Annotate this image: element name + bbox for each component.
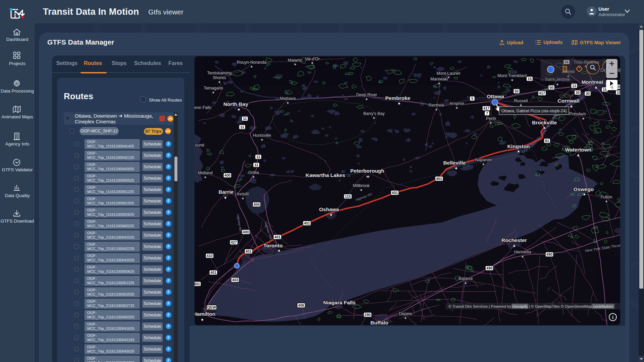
svg-text:Potsdam: Potsdam [569,112,586,116]
svg-text:Depew: Depew [399,311,413,316]
svg-text:Kawartha Lakes: Kawartha Lakes [306,172,345,178]
svg-text:Barry's Bay: Barry's Bay [363,111,385,116]
svg-text:Temiskaming: Temiskaming [207,71,232,75]
svg-text:Hamilton: Hamilton [195,311,215,317]
svg-text:Fulton: Fulton [601,195,612,199]
svg-text:410: 410 [207,254,213,258]
svg-text:Oshawa: Oshawa [319,206,339,212]
svg-text:Oswego: Oswego [574,186,594,192]
svg-text:Kingston: Kingston [507,143,530,149]
svg-text:Barrie: Barrie [219,189,234,195]
svg-text:Niagara Falls: Niagara Falls [323,300,356,305]
svg-text:115: 115 [345,194,351,198]
svg-text:400: 400 [224,173,230,177]
svg-text:403: 403 [232,278,238,282]
svg-text:Shores: Shores [213,75,226,80]
svg-text:Huntsville: Huntsville [253,133,271,138]
svg-text:290: 290 [365,313,371,317]
svg-text:Cornwall: Cornwall [557,98,579,104]
svg-text:Belleville: Belleville [443,160,466,166]
svg-text:401: 401 [195,282,200,286]
svg-text:Brockville: Brockville [532,120,557,125]
svg-text:QEW: QEW [207,305,216,309]
svg-text:Russell: Russell [514,99,528,103]
svg-text:Mattawa: Mattawa [280,96,296,101]
svg-text:401: 401 [210,270,216,275]
svg-text:490: 490 [486,266,492,270]
svg-text:Temagami: Temagami [204,86,223,90]
svg-text:Mont-Tremblant: Mont-Tremblant [497,73,527,78]
svg-text:Renfrew: Renfrew [429,103,445,108]
svg-text:490: 490 [546,252,552,256]
svg-text:5: 5 [471,97,473,101]
svg-text:401: 401 [436,177,442,181]
svg-text:417: 417 [539,91,545,95]
svg-text:Orillia: Orillia [248,170,259,175]
svg-text:Watertown: Watertown [565,147,592,153]
svg-text:North Bay: North Bay [223,101,248,107]
svg-text:15: 15 [617,90,620,95]
svg-text:Maniwaki: Maniwaki [430,77,448,81]
svg-text:Toronto: Toronto [263,243,282,248]
svg-text:Millbrook: Millbrook [353,183,370,188]
svg-text:Rouyn-Noranda: Rouyn-Noranda [237,60,266,65]
svg-text:Buffalo: Buffalo [370,320,388,325]
svg-text:dv: dv [618,67,620,73]
svg-text:Ottawa, Gabriel Pizza (ota-sto: Ottawa, Gabriel Pizza (ota-stopb-24) [501,109,567,113]
svg-text:50: 50 [549,85,553,89]
svg-text:406: 406 [298,303,304,307]
svg-text:Sturgeon Falls: Sturgeon Falls [195,105,211,110]
svg-text:401: 401 [304,221,310,225]
svg-text:ound: ound [195,143,204,147]
svg-text:Rochester: Rochester [501,237,527,243]
svg-text:Ottawa: Ottawa [487,94,504,99]
svg-text:Arnprior: Arnprior [449,101,464,106]
svg-text:427: 427 [231,240,237,244]
svg-text:Pembroke: Pembroke [385,95,411,101]
svg-text:11: 11 [243,117,247,121]
svg-text:Napanee: Napanee [475,158,492,162]
svg-text:i: i [612,315,613,320]
svg-text:Midland: Midland [198,171,213,175]
svg-text:50: 50 [515,89,519,93]
svg-text:30: 30 [586,92,590,96]
svg-text:7: 7 [486,111,488,115]
svg-text:13: 13 [572,84,576,88]
svg-text:Peterborough: Peterborough [350,168,384,174]
svg-text:11: 11 [254,163,258,167]
svg-text:401: 401 [274,235,280,239]
svg-text:30: 30 [576,90,580,95]
svg-text:81: 81 [545,139,549,143]
svg-text:404: 404 [254,202,260,206]
svg-text:15: 15 [528,77,532,81]
svg-text:Henrietta: Henrietta [514,250,531,254]
svg-text:400: 400 [243,230,249,234]
svg-text:© Transit Dim Services | Power: © Transit Dim Services | Powered by Geoa… [448,304,613,308]
svg-text:401: 401 [392,191,398,195]
svg-text:Deep River: Deep River [356,93,377,97]
svg-text:Perth: Perth [486,116,496,121]
svg-text:401: 401 [246,249,252,253]
svg-text:Malartic: Malartic [288,58,303,63]
svg-text:417: 417 [483,106,489,110]
svg-text:Batavia: Batavia [459,276,473,281]
svg-text:11: 11 [240,125,244,129]
svg-text:Innisfil: Innisfil [237,192,249,196]
svg-text:Mont-Laurier: Mont-Laurier [437,71,461,76]
svg-text:11: 11 [256,155,260,159]
svg-text:Val-d'Or: Val-d'Or [305,57,320,61]
